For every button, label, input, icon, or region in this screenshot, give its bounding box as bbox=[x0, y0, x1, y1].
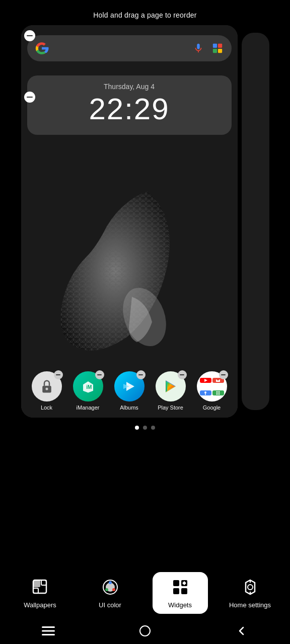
imanager-label: iManager bbox=[77, 405, 100, 411]
bottom-toolbar: Wallpapers UI color Widge bbox=[0, 567, 290, 614]
nav-menu-button[interactable] bbox=[38, 621, 58, 641]
search-widget[interactable] bbox=[27, 35, 232, 61]
app-playstore[interactable]: Play Store bbox=[156, 371, 186, 411]
clock-time: 22:29 bbox=[37, 93, 222, 126]
app-google-folder[interactable]: Google bbox=[197, 371, 227, 411]
clock-widget-remove[interactable] bbox=[24, 92, 35, 103]
svg-rect-40 bbox=[42, 626, 55, 628]
home-settings-label: Home settings bbox=[229, 601, 271, 609]
svg-rect-41 bbox=[42, 630, 55, 632]
clock-widget: Thursday, Aug 4 22:29 bbox=[27, 75, 232, 135]
svg-rect-6 bbox=[212, 49, 216, 53]
page-dot-3[interactable] bbox=[151, 426, 155, 430]
svg-rect-4 bbox=[212, 44, 216, 48]
svg-rect-31 bbox=[173, 580, 179, 586]
lock-remove-dot[interactable] bbox=[54, 370, 63, 379]
main-page-card: Thursday, Aug 4 22:29 Lock bbox=[21, 25, 238, 418]
page-dot-2[interactable] bbox=[143, 426, 147, 430]
albums-label: Albums bbox=[120, 405, 138, 411]
page-dot-1[interactable] bbox=[135, 426, 139, 430]
albums-icon bbox=[114, 371, 144, 401]
svg-point-30 bbox=[105, 588, 108, 591]
toolbar-home-settings[interactable]: Home settings bbox=[223, 572, 278, 614]
svg-point-20 bbox=[216, 393, 218, 394]
widgets-icon bbox=[170, 577, 190, 597]
svg-rect-42 bbox=[42, 634, 55, 635]
google-folder-icon bbox=[197, 371, 227, 401]
svg-point-37 bbox=[248, 585, 253, 590]
wallpapers-label: Wallpapers bbox=[24, 601, 56, 609]
pages-area: Thursday, Aug 4 22:29 Lock bbox=[0, 25, 290, 418]
widgets-label: Widgets bbox=[168, 601, 192, 609]
wallpapers-icon bbox=[30, 577, 50, 597]
mic-icon[interactable] bbox=[191, 41, 205, 55]
nav-bar bbox=[0, 618, 290, 644]
svg-point-21 bbox=[219, 393, 220, 394]
imanager-remove-dot[interactable] bbox=[95, 370, 104, 379]
svg-rect-33 bbox=[173, 588, 179, 594]
lens-icon[interactable] bbox=[210, 41, 225, 55]
ui-color-label: UI color bbox=[99, 601, 121, 609]
playstore-label: Play Store bbox=[158, 405, 183, 411]
toolbar-widgets[interactable]: Widgets bbox=[153, 572, 208, 614]
playstore-remove-dot[interactable] bbox=[178, 370, 187, 379]
svg-point-17 bbox=[204, 391, 206, 393]
svg-rect-23 bbox=[33, 580, 40, 587]
reorder-hint: Hold and drag a page to reorder bbox=[0, 0, 290, 25]
nav-back-button[interactable] bbox=[232, 621, 252, 641]
svg-point-43 bbox=[140, 626, 150, 636]
search-widget-remove[interactable] bbox=[24, 30, 35, 41]
svg-text:iM: iM bbox=[86, 384, 92, 390]
svg-point-9 bbox=[45, 388, 48, 390]
playstore-icon bbox=[156, 371, 186, 401]
page-indicators bbox=[0, 426, 290, 430]
lock-icon bbox=[32, 371, 62, 401]
app-dock: Lock iM iManager bbox=[26, 371, 233, 411]
svg-rect-7 bbox=[218, 49, 222, 53]
google-folder-label: Google bbox=[203, 405, 221, 411]
google-g-icon bbox=[34, 41, 49, 56]
app-albums[interactable]: Albums bbox=[114, 371, 144, 411]
svg-point-29 bbox=[112, 588, 115, 591]
google-folder-remove-dot[interactable] bbox=[219, 370, 228, 379]
app-lock[interactable]: Lock bbox=[32, 371, 62, 411]
albums-remove-dot[interactable] bbox=[136, 370, 146, 379]
svg-rect-5 bbox=[218, 44, 222, 48]
side-page-card bbox=[242, 33, 269, 410]
imanager-icon: iM bbox=[73, 371, 103, 401]
toolbar-wallpapers[interactable]: Wallpapers bbox=[13, 572, 68, 614]
svg-point-28 bbox=[109, 581, 112, 584]
ui-color-icon bbox=[100, 577, 120, 597]
nav-home-button[interactable] bbox=[135, 621, 155, 641]
svg-rect-34 bbox=[181, 588, 187, 594]
svg-point-18 bbox=[216, 391, 218, 392]
svg-marker-16 bbox=[204, 379, 207, 382]
toolbar-ui-color[interactable]: UI color bbox=[83, 572, 138, 614]
clock-date: Thursday, Aug 4 bbox=[37, 83, 222, 91]
wallpaper-graphic bbox=[46, 166, 187, 357]
app-imanager[interactable]: iM iManager bbox=[73, 371, 103, 411]
svg-point-19 bbox=[219, 391, 220, 392]
home-settings-icon bbox=[240, 577, 260, 597]
lock-label: Lock bbox=[41, 405, 52, 411]
